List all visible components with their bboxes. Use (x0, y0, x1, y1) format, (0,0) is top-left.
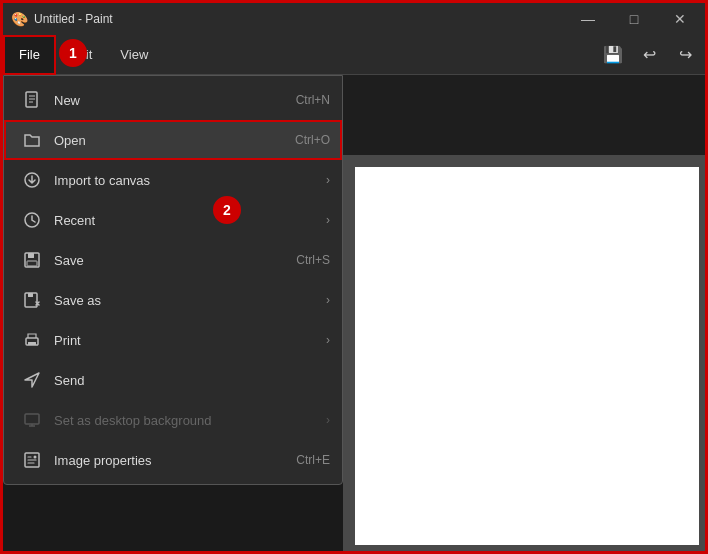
menu-imgprops[interactable]: Image properties Ctrl+E (4, 440, 342, 480)
file-dropdown: New Ctrl+N Open Ctrl+O Import to canvas … (3, 75, 343, 485)
canvas-area (343, 155, 708, 554)
desktop-icon (20, 408, 44, 432)
import-icon (20, 168, 44, 192)
save-quick-button[interactable]: 💾 (599, 41, 627, 69)
recent-arrow-icon: › (326, 213, 330, 227)
desktop-label: Set as desktop background (54, 413, 318, 428)
app-icon: 🎨 (11, 11, 28, 27)
print-label: Print (54, 333, 318, 348)
desktop-arrow-icon: › (326, 413, 330, 427)
svg-rect-13 (25, 414, 39, 424)
menu-print[interactable]: Print › (4, 320, 342, 360)
step-badge-1: 1 (59, 39, 87, 67)
ribbon: File Edit View 💾 ↩ ↪ (3, 35, 708, 75)
save-icon (20, 248, 44, 272)
open-label: Open (54, 133, 295, 148)
drawing-canvas[interactable] (355, 167, 699, 545)
menu-item-file[interactable]: File (3, 35, 56, 75)
quick-access-toolbar: 💾 ↩ ↪ (587, 35, 708, 74)
recent-label: Recent (54, 213, 318, 228)
send-label: Send (54, 373, 330, 388)
undo-button[interactable]: ↩ (635, 41, 663, 69)
menu-open[interactable]: Open Ctrl+O (4, 120, 342, 160)
svg-rect-7 (28, 253, 34, 258)
close-button[interactable]: ✕ (657, 3, 703, 35)
svg-rect-12 (28, 342, 36, 345)
open-icon (20, 128, 44, 152)
menu-send[interactable]: Send (4, 360, 342, 400)
saveas-label: Save as (54, 293, 318, 308)
import-label: Import to canvas (54, 173, 318, 188)
save-label: Save (54, 253, 296, 268)
maximize-button[interactable]: □ (611, 3, 657, 35)
imgprops-icon (20, 448, 44, 472)
saveas-icon (20, 288, 44, 312)
new-icon (20, 88, 44, 112)
menu-save[interactable]: Save Ctrl+S (4, 240, 342, 280)
menu-saveas[interactable]: Save as › (4, 280, 342, 320)
import-arrow-icon: › (326, 173, 330, 187)
svg-rect-8 (27, 261, 37, 266)
new-label: New (54, 93, 296, 108)
minimize-button[interactable]: — (565, 3, 611, 35)
send-icon (20, 368, 44, 392)
menu-new[interactable]: New Ctrl+N (4, 80, 342, 120)
svg-point-17 (34, 456, 37, 459)
svg-rect-10 (28, 293, 33, 297)
recent-icon (20, 208, 44, 232)
redo-button[interactable]: ↪ (671, 41, 699, 69)
saveas-arrow-icon: › (326, 293, 330, 307)
window-controls: — □ ✕ (565, 3, 703, 35)
imgprops-label: Image properties (54, 453, 296, 468)
print-icon (20, 328, 44, 352)
print-arrow-icon: › (326, 333, 330, 347)
imgprops-shortcut: Ctrl+E (296, 453, 330, 467)
save-shortcut: Ctrl+S (296, 253, 330, 267)
open-shortcut: Ctrl+O (295, 133, 330, 147)
title-bar: 🎨 Untitled - Paint — □ ✕ (3, 3, 708, 35)
new-shortcut: Ctrl+N (296, 93, 330, 107)
window-title: Untitled - Paint (34, 12, 113, 26)
menu-item-view[interactable]: View (106, 35, 162, 75)
menu-desktop: Set as desktop background › (4, 400, 342, 440)
step-badge-2: 2 (213, 196, 241, 224)
menu-recent[interactable]: Recent › (4, 200, 342, 240)
menu-import[interactable]: Import to canvas › (4, 160, 342, 200)
